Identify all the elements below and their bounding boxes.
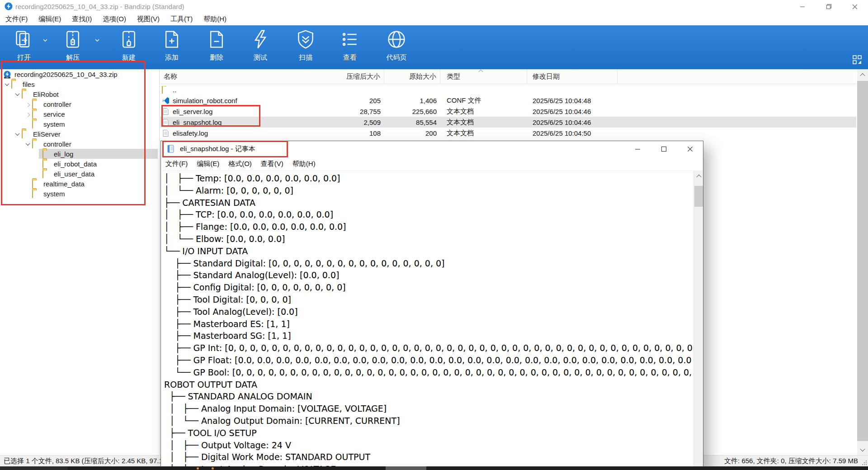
column-header-name[interactable]: 名称 [160, 69, 321, 84]
toolbar-view-button[interactable]: 查看 [330, 29, 369, 62]
log-line: │ ├── Analog Input Domain: [VOLTAGE, VOL… [164, 403, 692, 415]
table-row-eli-server-log[interactable]: eli_server.log 28,755 225,660 文本文档 2025/… [160, 106, 856, 117]
log-line: ├── GP Int: [0, 0, 0, 0, 0, 0, 0, 0, 0, … [164, 342, 692, 354]
close-button[interactable] [842, 0, 868, 13]
menu-view[interactable]: 视图(V) [132, 15, 165, 24]
folder-icon [162, 86, 170, 94]
file-name: .. [173, 86, 176, 94]
log-line: │ └── Alarm: [0, 0, 0, 0, 0, 0] [164, 185, 692, 197]
extract-icon [62, 29, 83, 50]
log-line: ├── Standard Digital: [0, 0, 0, 0, 0, 0,… [164, 257, 692, 270]
notepad-menu-edit[interactable]: 编辑(E) [192, 160, 224, 168]
menu-tools[interactable]: 工具(T) [165, 15, 198, 24]
table-row-eli-snapshot-log[interactable]: eli_snapshot.log 2,509 85,554 文本文档 2025/… [160, 117, 856, 128]
restore-button[interactable] [816, 0, 842, 13]
menu-find[interactable]: 查找(I) [66, 15, 97, 24]
taskbar-active-app[interactable] [386, 466, 426, 470]
screen: recording20250625_10_04_33.zip - Bandizi… [0, 0, 868, 470]
log-line: │ ├── Digital Work Mode: STANDARD OUTPUT [164, 451, 692, 463]
list-scrollbar[interactable] [857, 69, 868, 455]
taskbar-segment [0, 466, 68, 470]
scroll-up-icon[interactable] [694, 171, 703, 182]
file-original-size: 225,660 [384, 108, 440, 115]
column-header-date[interactable]: 修改日期 [527, 69, 618, 84]
bandizip-menubar: 文件(F) 编辑(E) 查找(I) 选项(O) 视图(V) 工具(T) 帮助(H… [0, 13, 868, 25]
log-line: ├── Tool Analog(Level): [0.0] [164, 306, 692, 318]
table-row-simulation-robot-conf[interactable]: simulation_robot.conf 205 1,406 CONF 文件 … [160, 95, 856, 106]
taskbar-app-icon[interactable] [212, 467, 214, 470]
file-compressed-size: 28,755 [321, 108, 384, 115]
column-header-original[interactable]: 原始大小 [384, 69, 440, 84]
toolbar-new-button[interactable]: 新建 [109, 29, 148, 62]
menu-edit[interactable]: 编辑(E) [33, 15, 66, 24]
file-date: 2025/6/25 10:04:46 [527, 119, 618, 126]
notepad-maximize-button[interactable] [651, 141, 677, 157]
test-archive-icon [250, 29, 271, 50]
notepad-minimize-button[interactable] [624, 141, 651, 157]
file-type: CONF 文件 [440, 96, 527, 105]
log-line: │ ├── Temp: [0.0, 0.0, 0.0, 0.0, 0.0, 0.… [164, 172, 692, 185]
menu-options[interactable]: 选项(O) [97, 15, 132, 24]
scrollbar-thumb[interactable] [694, 186, 703, 207]
toolbar-extract-button[interactable]: 解压 [53, 29, 92, 62]
view-icon [340, 29, 360, 50]
toolbar-add-button[interactable]: 添加 [152, 29, 191, 62]
file-date: 2025/6/25 10:04:48 [527, 97, 618, 104]
minimize-button[interactable] [789, 0, 816, 13]
log-line: └── I/O INPUT DATA [164, 245, 692, 257]
log-line: ├── STANDARD ANALOG DOMAIN [164, 390, 692, 403]
taskbar-app-icon[interactable] [197, 467, 199, 470]
log-line: ├── Masterboard ES: [1, 1] [164, 318, 692, 330]
menu-help[interactable]: 帮助(H) [198, 15, 232, 24]
status-selection-text: 已选择 1 个文件, 83.5 KB (压缩后大小: 2.45 KB, 97.1… [4, 457, 171, 465]
notepad-menu-help[interactable]: 帮助(H) [288, 160, 320, 168]
scroll-up-icon[interactable] [857, 69, 868, 81]
new-archive-icon [118, 29, 139, 50]
file-date: 2025/6/25 10:04:46 [527, 108, 618, 115]
toolbar-scan-button[interactable]: 扫描 [286, 29, 325, 62]
codepage-globe-icon [386, 29, 407, 50]
notepad-scrollbar[interactable] [693, 171, 703, 470]
log-line: │ ├── Output Voltage: 24 V [164, 439, 692, 451]
annotation-box-log-files [161, 105, 260, 127]
table-row-elisafety-log[interactable]: elisafety.log 108 200 文本文档 2025/6/25 10:… [160, 128, 856, 138]
toolbar-codepage-button[interactable]: 代码页 [377, 29, 416, 62]
column-header-type[interactable]: 类型 [440, 69, 527, 84]
log-line: ├── Masterboard SG: [1, 1] [164, 330, 692, 342]
file-compressed-size: 205 [321, 97, 384, 104]
file-original-size: 1,406 [384, 97, 440, 104]
log-line: │ ├── Flange: [0.0, 0.0, 0.0, 0.0, 0.0, … [164, 221, 692, 233]
log-line: ├── Config Digital: [0, 0, 0, 0, 0, 0, 0… [164, 281, 692, 294]
log-line: ├── Tool Digital: [0, 0, 0, 0] [164, 294, 692, 306]
open-archive-icon [14, 29, 34, 50]
toolbar-open-button[interactable]: 打开 [5, 29, 43, 62]
log-line: ├── CARTESIAN DATA [164, 197, 692, 209]
log-line: ├── Standard Analog(Level): [0.0, 0.0] [164, 269, 692, 281]
log-line: │ ├── TCP: [0.0, 0.0, 0.0, 0.0, 0.0, 0.0… [164, 209, 692, 221]
toolbar-delete-button[interactable]: 删除 [197, 29, 236, 62]
file-original-size: 200 [384, 129, 440, 137]
log-line: │ └── Analog Output Domain: [CURRENT, CU… [164, 415, 692, 427]
annotation-box-notepad-title [162, 141, 288, 157]
status-archive-text: 文件: 656, 文件夹: 0, 压缩文件大小: 7.59 MB [724, 457, 858, 465]
chevron-down-icon[interactable] [94, 37, 100, 43]
scrollbar-thumb[interactable] [857, 81, 868, 441]
notepad-close-button[interactable] [677, 141, 703, 157]
notepad-menu-view[interactable]: 查看(V) [256, 160, 288, 168]
notepad-menu-format[interactable]: 格式(O) [224, 160, 256, 168]
toolbar-layout-grid-icon[interactable] [852, 54, 863, 65]
scroll-down-icon[interactable] [857, 444, 868, 455]
table-row-parent-dir[interactable]: .. [160, 84, 856, 95]
notepad-text-area[interactable]: │ ├── Temp: [0.0, 0.0, 0.0, 0.0, 0.0, 0.… [161, 171, 692, 470]
file-name: simulation_robot.conf [173, 97, 237, 104]
column-header-compressed[interactable]: 压缩后大小 [321, 69, 384, 84]
toolbar-test-button[interactable]: 测试 [241, 29, 280, 62]
chevron-down-icon[interactable] [42, 37, 48, 43]
resize-grip[interactable] [862, 460, 867, 465]
taskbar [0, 466, 868, 470]
file-original-size: 85,554 [384, 119, 440, 126]
add-file-icon [161, 29, 182, 50]
file-type: 文本文档 [440, 107, 527, 116]
menu-file[interactable]: 文件(F) [0, 15, 33, 24]
notepad-menu-file[interactable]: 文件(F) [161, 160, 192, 168]
